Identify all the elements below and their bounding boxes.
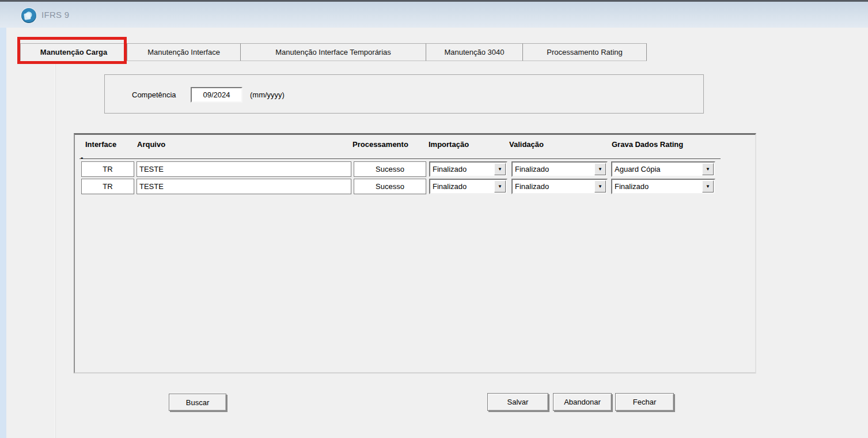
chevron-down-icon[interactable]: ▼ bbox=[594, 163, 606, 175]
chevron-down-icon[interactable]: ▼ bbox=[702, 180, 714, 192]
title-bar: IFRS 9 bbox=[0, 0, 868, 28]
validacao-dropdown-value: Finalizado bbox=[513, 165, 594, 173]
row-indicator: - bbox=[81, 153, 83, 162]
competencia-groupbox: Competência (mm/yyyy) bbox=[104, 74, 704, 114]
cell-arquivo: TESTE bbox=[137, 161, 351, 177]
table-row: TR TESTE Sucesso Finalizado ▼ Finalizado… bbox=[75, 161, 757, 177]
header-separator-line bbox=[79, 158, 721, 160]
cell-processamento: Sucesso bbox=[354, 179, 426, 194]
validacao-dropdown-value: Finalizado bbox=[513, 182, 594, 191]
column-header-grava-dados-rating: Grava Dados Rating bbox=[612, 140, 683, 149]
tab-manutencao-interface[interactable]: Manutenção Interface bbox=[127, 43, 241, 61]
column-header-interface: Interface bbox=[85, 140, 116, 149]
column-header-importacao: Importação bbox=[429, 140, 469, 149]
validacao-dropdown[interactable]: Finalizado ▼ bbox=[511, 179, 608, 194]
grava-dados-rating-dropdown[interactable]: Finalizado ▼ bbox=[611, 179, 715, 194]
cell-processamento: Sucesso bbox=[354, 161, 426, 177]
cell-arquivo: TESTE bbox=[137, 179, 351, 194]
chevron-down-icon[interactable]: ▼ bbox=[494, 180, 506, 192]
importacao-dropdown[interactable]: Finalizado ▼ bbox=[429, 179, 507, 194]
window-left-border bbox=[0, 28, 6, 438]
tab-manutencao-carga[interactable]: Manutenção Carga bbox=[20, 43, 127, 61]
competencia-input[interactable] bbox=[191, 87, 242, 103]
competencia-format-hint: (mm/yyyy) bbox=[250, 90, 285, 99]
app-sphere-icon bbox=[21, 8, 36, 23]
page-left-edge-line bbox=[55, 63, 56, 438]
column-header-processamento: Processamento bbox=[352, 140, 408, 149]
cell-interface: TR bbox=[81, 161, 134, 177]
table-row: TR TESTE Sucesso Finalizado ▼ Finalizado… bbox=[75, 179, 757, 194]
chevron-down-icon[interactable]: ▼ bbox=[702, 163, 714, 175]
chevron-down-icon[interactable]: ▼ bbox=[494, 163, 506, 175]
grava-dados-rating-dropdown[interactable]: Aguard Cópia ▼ bbox=[611, 161, 715, 177]
column-header-arquivo: Arquivo bbox=[137, 140, 165, 149]
tab-manutencao-interface-temporarias[interactable]: Manutenção Interface Temporárias bbox=[241, 43, 426, 61]
tab-manutencao-3040[interactable]: Manutenção 3040 bbox=[426, 43, 523, 61]
importacao-dropdown-value: Finalizado bbox=[430, 165, 494, 173]
importacao-dropdown-value: Finalizado bbox=[430, 182, 494, 191]
tab-strip: Manutenção Carga Manutenção Interface Ma… bbox=[20, 43, 647, 61]
tab-processamento-rating[interactable]: Processamento Rating bbox=[523, 43, 647, 61]
window-title: IFRS 9 bbox=[41, 10, 69, 20]
cell-interface: TR bbox=[81, 179, 134, 194]
chevron-down-icon[interactable]: ▼ bbox=[594, 180, 606, 192]
interface-grid-panel: Interface Arquivo Processamento Importaç… bbox=[74, 133, 756, 373]
buscar-button[interactable]: Buscar bbox=[169, 394, 226, 411]
column-header-validacao: Validação bbox=[509, 140, 544, 149]
abandonar-button[interactable]: Abandonar bbox=[553, 393, 612, 411]
importacao-dropdown[interactable]: Finalizado ▼ bbox=[429, 161, 507, 177]
fechar-button[interactable]: Fechar bbox=[615, 393, 674, 411]
ifrs9-window: IFRS 9 Manutenção Carga Manutenção Inter… bbox=[0, 0, 868, 438]
grava-dados-rating-dropdown-value: Aguard Cópia bbox=[612, 165, 702, 173]
competencia-label: Competência bbox=[132, 90, 176, 99]
salvar-button[interactable]: Salvar bbox=[487, 393, 548, 411]
grava-dados-rating-dropdown-value: Finalizado bbox=[612, 182, 702, 191]
validacao-dropdown[interactable]: Finalizado ▼ bbox=[511, 161, 608, 177]
